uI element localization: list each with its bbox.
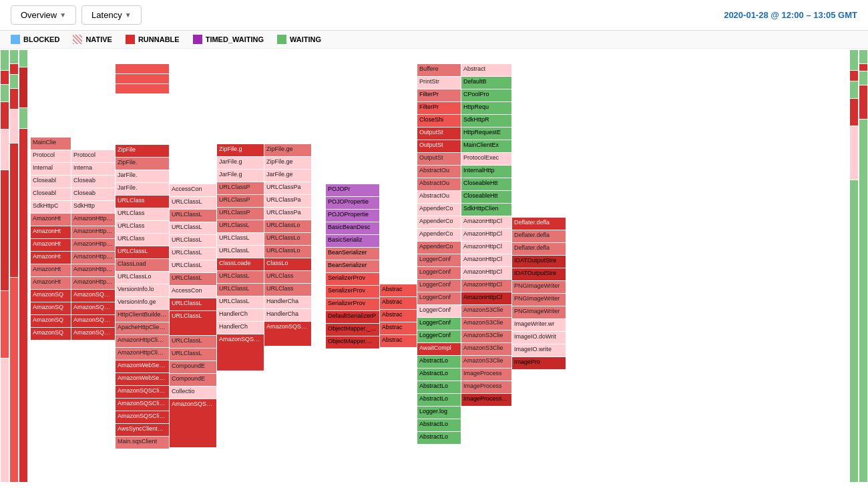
cell[interactable]: ZipFile. xyxy=(116,158,169,170)
cell[interactable]: ClassLo xyxy=(264,258,311,270)
cell[interactable]: URLClassL xyxy=(170,260,216,272)
cell[interactable]: SdkHttp xyxy=(71,201,115,213)
cell[interactable]: AbstractLo xyxy=(417,432,461,444)
cell[interactable]: MainClientEx xyxy=(461,140,511,152)
cell[interactable]: Deflater.defla xyxy=(512,218,566,230)
cell[interactable]: AmazonSQSClient.init xyxy=(264,322,311,346)
cell[interactable]: URLClassPa xyxy=(264,208,311,220)
cell[interactable]: LoggerConf xyxy=(417,267,461,279)
cell[interactable]: POJOPropertie xyxy=(326,197,379,209)
cell[interactable]: ZipFile xyxy=(116,145,169,157)
cell[interactable]: Abstrac xyxy=(380,335,417,347)
cell[interactable]: OutputSt xyxy=(417,153,461,165)
cell[interactable]: AppenderCo xyxy=(417,204,461,216)
cell[interactable]: AmazonSQSClientBuilder.build xyxy=(116,411,169,423)
cell[interactable]: PNGImageWriter xyxy=(512,281,566,293)
cell[interactable]: ImageIO.doWrit xyxy=(512,332,566,344)
cell[interactable]: AbstractLo xyxy=(417,381,461,393)
cell[interactable]: URLClassL xyxy=(217,271,264,283)
cell[interactable]: BeanSerializer xyxy=(326,260,379,272)
cell[interactable]: URLClassL xyxy=(217,220,264,232)
cell[interactable]: IDATOutputStre xyxy=(512,256,566,268)
cell[interactable]: URLClassLo xyxy=(264,233,311,245)
cell[interactable]: URLClassL xyxy=(217,284,264,296)
cell[interactable]: URLClassL xyxy=(217,246,264,258)
cell[interactable]: AmazonHt xyxy=(31,226,71,238)
cell[interactable]: CloseableHtt xyxy=(461,178,511,190)
cell[interactable]: AmazonHt xyxy=(31,277,71,289)
cell[interactable]: AmazonSQSClient.<init> xyxy=(116,386,169,398)
cell[interactable]: HttpClientBuilder.b xyxy=(116,310,169,322)
cell[interactable]: Abstract xyxy=(461,64,511,76)
cell[interactable]: JarFile.ge xyxy=(264,170,311,182)
cell[interactable]: Abstrac xyxy=(380,322,417,334)
cell[interactable]: SerializerProv xyxy=(326,298,379,310)
cell[interactable]: HandlerCh xyxy=(217,322,264,334)
cell[interactable]: AmazonSQSClie xyxy=(71,290,115,302)
cell[interactable]: PNGImageWriter xyxy=(512,306,566,318)
cell[interactable]: OutputSt xyxy=(417,128,461,140)
cell[interactable]: SdkHttpClien xyxy=(461,204,511,216)
cell[interactable]: AbstractOu xyxy=(417,166,461,178)
cell[interactable]: Logger.log xyxy=(417,407,461,419)
cell[interactable]: ZipFile.g xyxy=(217,144,264,156)
cell[interactable]: AwsSyncClientBuilder.build xyxy=(116,424,169,436)
cell[interactable]: CloseableHtt xyxy=(461,191,511,203)
cell[interactable]: SerializerProv xyxy=(326,286,379,298)
cell[interactable]: AmazonHt xyxy=(31,214,71,226)
cell[interactable] xyxy=(116,74,169,83)
cell[interactable]: URLClassL xyxy=(170,273,216,285)
cell[interactable]: VersionInfo.ge xyxy=(116,297,169,309)
cell[interactable]: ImageProcess xyxy=(461,381,511,393)
cell[interactable]: URLClassP xyxy=(217,182,264,194)
cell[interactable]: AmazonS3Clie xyxy=(461,356,511,368)
cell[interactable]: Interna xyxy=(71,163,115,175)
cell[interactable]: URLClassL xyxy=(170,311,216,335)
cell[interactable]: URLClass xyxy=(116,208,169,220)
cell[interactable]: AppenderCo xyxy=(417,242,461,254)
cell[interactable]: URLClassL xyxy=(170,336,216,348)
cell[interactable]: AccessCon xyxy=(170,184,216,196)
cell[interactable]: AbstractOu xyxy=(417,191,461,203)
cell[interactable]: AbstractLo xyxy=(417,394,461,406)
cell[interactable]: AmazonHttpCli xyxy=(71,277,115,289)
cell[interactable]: URLClassP xyxy=(217,195,264,207)
cell[interactable]: AppenderCo xyxy=(417,216,461,228)
cell[interactable]: BasicSerializ xyxy=(326,235,379,247)
cell[interactable]: CompoundE xyxy=(170,374,216,386)
cell[interactable]: LoggerConf xyxy=(417,318,461,330)
cell[interactable]: AmazonSQSClient.init xyxy=(217,334,264,371)
cell[interactable]: Abstrac xyxy=(380,310,417,322)
cell[interactable]: URLClassL xyxy=(170,298,216,310)
cell[interactable]: AmazonSQ xyxy=(31,302,71,314)
cell[interactable]: URLClassLo xyxy=(116,272,169,284)
cell[interactable]: FilterPr xyxy=(417,89,461,101)
cell[interactable]: AmazonS3Clie xyxy=(461,318,511,330)
cell[interactable]: CompoundE xyxy=(170,361,216,373)
cell[interactable]: AmazonHttpCl xyxy=(461,267,511,279)
cell[interactable]: AmazonHttpClient.<init> xyxy=(116,348,169,360)
cell[interactable]: AmazonHttpCl xyxy=(461,229,511,241)
cell[interactable]: URLClass xyxy=(264,271,311,283)
cell[interactable]: AmazonHt xyxy=(31,252,71,264)
cell[interactable]: Protocol xyxy=(71,150,115,162)
cell[interactable]: ImageWriter.wr xyxy=(512,319,566,331)
cell[interactable]: HandlerCha xyxy=(264,309,311,321)
cell[interactable]: Abstrac xyxy=(380,284,417,296)
cell[interactable]: DefaultB xyxy=(461,77,511,89)
cell[interactable]: AmazonSQ xyxy=(31,315,71,327)
cell[interactable]: ObjectMapper._conf xyxy=(326,324,379,336)
cell[interactable]: PrintStr xyxy=(417,77,461,89)
cell[interactable]: AmazonHttpCli xyxy=(71,252,115,264)
cell[interactable]: AmazonSQ xyxy=(31,290,71,302)
cell[interactable]: AmazonHttpCl xyxy=(461,280,511,292)
cell[interactable]: JarFile.g xyxy=(217,157,264,169)
datetime-range[interactable]: 2020-01-28 @ 12:00 – 13:05 GMT xyxy=(724,10,857,20)
cell[interactable]: AmazonS3Clie xyxy=(461,305,511,317)
cell[interactable]: LoggerConf xyxy=(417,292,461,304)
cell[interactable]: Deflater.defla xyxy=(512,243,566,255)
cell[interactable]: LoggerConf xyxy=(417,254,461,266)
cell[interactable]: BasicBeanDesc xyxy=(326,222,379,234)
cell[interactable]: ImageProcessor$BrightenImageP xyxy=(461,394,511,406)
cell[interactable]: POJOPr xyxy=(326,184,379,196)
